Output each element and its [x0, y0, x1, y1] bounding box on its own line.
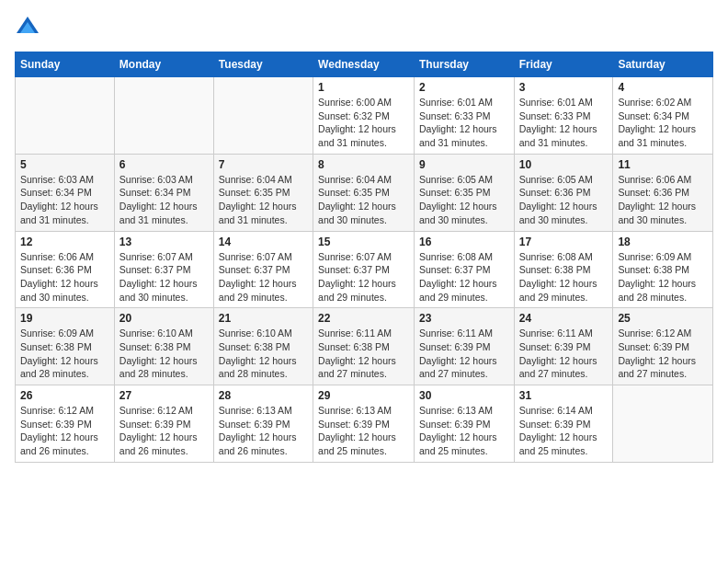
calendar-cell: 4Sunrise: 6:02 AM Sunset: 6:34 PM Daylig…: [613, 77, 713, 155]
calendar-cell: 2Sunrise: 6:01 AM Sunset: 6:33 PM Daylig…: [414, 77, 514, 155]
day-number: 15: [318, 236, 409, 248]
day-info: Sunrise: 6:07 AM Sunset: 6:37 PM Dayligh…: [219, 250, 308, 304]
day-info: Sunrise: 6:06 AM Sunset: 6:36 PM Dayligh…: [618, 173, 708, 227]
day-info: Sunrise: 6:05 AM Sunset: 6:36 PM Dayligh…: [519, 173, 609, 227]
day-info: Sunrise: 6:00 AM Sunset: 6:32 PM Dayligh…: [318, 96, 409, 150]
day-number: 19: [20, 312, 109, 325]
calendar-cell: 16Sunrise: 6:08 AM Sunset: 6:37 PM Dayli…: [414, 231, 514, 308]
day-info: Sunrise: 6:12 AM Sunset: 6:39 PM Dayligh…: [119, 404, 209, 458]
calendar-header-thursday: Thursday: [414, 52, 514, 77]
day-number: 20: [119, 312, 209, 325]
day-number: 11: [618, 158, 708, 171]
calendar-week-4: 19Sunrise: 6:09 AM Sunset: 6:38 PM Dayli…: [16, 308, 713, 385]
calendar-cell: 28Sunrise: 6:13 AM Sunset: 6:39 PM Dayli…: [213, 385, 313, 463]
day-number: 12: [20, 236, 109, 248]
calendar-cell: 17Sunrise: 6:08 AM Sunset: 6:38 PM Dayli…: [514, 231, 613, 308]
page-header: [15, 15, 713, 40]
calendar-cell: 29Sunrise: 6:13 AM Sunset: 6:39 PM Dayli…: [313, 385, 415, 463]
day-info: Sunrise: 6:04 AM Sunset: 6:35 PM Dayligh…: [318, 173, 409, 227]
day-info: Sunrise: 6:05 AM Sunset: 6:35 PM Dayligh…: [419, 173, 509, 227]
day-info: Sunrise: 6:11 AM Sunset: 6:39 PM Dayligh…: [419, 327, 509, 381]
day-number: 22: [318, 312, 409, 325]
day-info: Sunrise: 6:08 AM Sunset: 6:38 PM Dayligh…: [519, 250, 609, 304]
day-info: Sunrise: 6:13 AM Sunset: 6:39 PM Dayligh…: [318, 404, 409, 458]
calendar-cell: 12Sunrise: 6:06 AM Sunset: 6:36 PM Dayli…: [16, 231, 115, 308]
day-number: 24: [519, 312, 609, 325]
day-number: 30: [419, 389, 509, 402]
calendar-cell: 15Sunrise: 6:07 AM Sunset: 6:37 PM Dayli…: [313, 231, 415, 308]
day-info: Sunrise: 6:01 AM Sunset: 6:33 PM Dayligh…: [419, 96, 509, 150]
day-info: Sunrise: 6:11 AM Sunset: 6:39 PM Dayligh…: [519, 327, 609, 381]
day-number: 16: [419, 236, 509, 248]
day-info: Sunrise: 6:08 AM Sunset: 6:37 PM Dayligh…: [419, 250, 509, 304]
day-number: 27: [119, 389, 209, 402]
day-number: 21: [219, 312, 308, 325]
calendar-cell: 30Sunrise: 6:13 AM Sunset: 6:39 PM Dayli…: [414, 385, 514, 463]
day-number: 17: [519, 236, 609, 248]
calendar-cell: 11Sunrise: 6:06 AM Sunset: 6:36 PM Dayli…: [613, 154, 713, 231]
calendar-cell: 18Sunrise: 6:09 AM Sunset: 6:38 PM Dayli…: [613, 231, 713, 308]
calendar-header-sunday: Sunday: [16, 52, 115, 77]
calendar-header-monday: Monday: [114, 52, 213, 77]
calendar-cell: 13Sunrise: 6:07 AM Sunset: 6:37 PM Dayli…: [114, 231, 213, 308]
day-info: Sunrise: 6:01 AM Sunset: 6:33 PM Dayligh…: [519, 96, 609, 150]
day-number: 8: [318, 158, 409, 171]
calendar-cell: 9Sunrise: 6:05 AM Sunset: 6:35 PM Daylig…: [414, 154, 514, 231]
day-info: Sunrise: 6:12 AM Sunset: 6:39 PM Dayligh…: [20, 404, 109, 458]
calendar-cell: 1Sunrise: 6:00 AM Sunset: 6:32 PM Daylig…: [313, 77, 415, 155]
day-info: Sunrise: 6:02 AM Sunset: 6:34 PM Dayligh…: [618, 96, 708, 150]
day-number: 4: [618, 81, 708, 94]
day-number: 31: [519, 389, 609, 402]
calendar-table: SundayMondayTuesdayWednesdayThursdayFrid…: [15, 52, 713, 463]
calendar-cell: 14Sunrise: 6:07 AM Sunset: 6:37 PM Dayli…: [213, 231, 313, 308]
calendar-cell: 23Sunrise: 6:11 AM Sunset: 6:39 PM Dayli…: [414, 308, 514, 385]
day-info: Sunrise: 6:07 AM Sunset: 6:37 PM Dayligh…: [119, 250, 209, 304]
day-info: Sunrise: 6:10 AM Sunset: 6:38 PM Dayligh…: [219, 327, 308, 381]
day-number: 29: [318, 389, 409, 402]
calendar-header-saturday: Saturday: [613, 52, 713, 77]
day-info: Sunrise: 6:11 AM Sunset: 6:38 PM Dayligh…: [318, 327, 409, 381]
calendar-cell: 26Sunrise: 6:12 AM Sunset: 6:39 PM Dayli…: [16, 385, 115, 463]
day-info: Sunrise: 6:09 AM Sunset: 6:38 PM Dayligh…: [618, 250, 708, 304]
calendar-week-1: 1Sunrise: 6:00 AM Sunset: 6:32 PM Daylig…: [16, 77, 713, 155]
calendar-cell: 24Sunrise: 6:11 AM Sunset: 6:39 PM Dayli…: [514, 308, 613, 385]
day-number: 6: [119, 158, 209, 171]
day-info: Sunrise: 6:13 AM Sunset: 6:39 PM Dayligh…: [419, 404, 509, 458]
calendar-header-row: SundayMondayTuesdayWednesdayThursdayFrid…: [16, 52, 713, 77]
calendar-week-2: 5Sunrise: 6:03 AM Sunset: 6:34 PM Daylig…: [16, 154, 713, 231]
calendar-cell: 21Sunrise: 6:10 AM Sunset: 6:38 PM Dayli…: [213, 308, 313, 385]
calendar-header-wednesday: Wednesday: [313, 52, 415, 77]
calendar-cell: 27Sunrise: 6:12 AM Sunset: 6:39 PM Dayli…: [114, 385, 213, 463]
calendar-week-5: 26Sunrise: 6:12 AM Sunset: 6:39 PM Dayli…: [16, 385, 713, 463]
day-number: 18: [618, 236, 708, 248]
calendar-header-tuesday: Tuesday: [213, 52, 313, 77]
calendar-cell: [114, 77, 213, 155]
calendar-cell: 6Sunrise: 6:03 AM Sunset: 6:34 PM Daylig…: [114, 154, 213, 231]
calendar-cell: [213, 77, 313, 155]
calendar-cell: 25Sunrise: 6:12 AM Sunset: 6:39 PM Dayli…: [613, 308, 713, 385]
day-number: 2: [419, 81, 509, 94]
day-info: Sunrise: 6:06 AM Sunset: 6:36 PM Dayligh…: [20, 250, 109, 304]
logo: [15, 15, 44, 40]
day-info: Sunrise: 6:10 AM Sunset: 6:38 PM Dayligh…: [119, 327, 209, 381]
day-number: 13: [119, 236, 209, 248]
day-number: 25: [618, 312, 708, 325]
calendar-week-3: 12Sunrise: 6:06 AM Sunset: 6:36 PM Dayli…: [16, 231, 713, 308]
day-number: 7: [219, 158, 308, 171]
calendar-cell: 19Sunrise: 6:09 AM Sunset: 6:38 PM Dayli…: [16, 308, 115, 385]
calendar-header-friday: Friday: [514, 52, 613, 77]
day-number: 10: [519, 158, 609, 171]
day-number: 5: [20, 158, 109, 171]
logo-icon: [15, 15, 40, 40]
calendar-cell: 20Sunrise: 6:10 AM Sunset: 6:38 PM Dayli…: [114, 308, 213, 385]
calendar-cell: 8Sunrise: 6:04 AM Sunset: 6:35 PM Daylig…: [313, 154, 415, 231]
calendar-cell: 10Sunrise: 6:05 AM Sunset: 6:36 PM Dayli…: [514, 154, 613, 231]
day-number: 26: [20, 389, 109, 402]
day-number: 14: [219, 236, 308, 248]
calendar-cell: [16, 77, 115, 155]
calendar-cell: 3Sunrise: 6:01 AM Sunset: 6:33 PM Daylig…: [514, 77, 613, 155]
calendar-cell: 22Sunrise: 6:11 AM Sunset: 6:38 PM Dayli…: [313, 308, 415, 385]
day-number: 3: [519, 81, 609, 94]
day-info: Sunrise: 6:12 AM Sunset: 6:39 PM Dayligh…: [618, 327, 708, 381]
day-info: Sunrise: 6:13 AM Sunset: 6:39 PM Dayligh…: [219, 404, 308, 458]
